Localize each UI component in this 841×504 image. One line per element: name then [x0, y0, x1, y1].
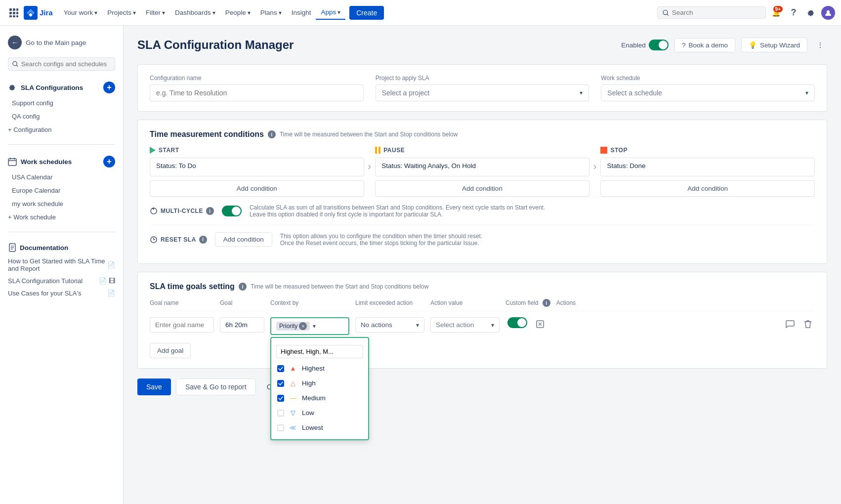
- checkbox-high[interactable]: [277, 380, 284, 387]
- search-icon: [663, 9, 669, 16]
- dropdown-item-high[interactable]: △ High: [271, 376, 368, 391]
- add-work-schedule-link-button[interactable]: + Work schedule: [0, 210, 123, 224]
- goals-info-icon[interactable]: i: [239, 283, 247, 291]
- sidebar-doc-tutorial[interactable]: SLA Configuration Tutorial 📄 🎞: [0, 275, 123, 287]
- svg-rect-5: [16, 12, 18, 14]
- help-button[interactable]: ?: [786, 5, 801, 21]
- svg-line-13: [16, 65, 18, 67]
- action-value-select[interactable]: Select action ▾: [430, 317, 500, 333]
- stop-condition-value: Status: Done: [600, 158, 815, 176]
- sidebar-doc-get-started[interactable]: How to Get Started with SLA Time and Rep…: [0, 255, 123, 275]
- nav-insight[interactable]: Insight: [287, 6, 316, 19]
- user-avatar[interactable]: [821, 6, 835, 20]
- start-condition-block: START Status: To Do Add condition: [150, 147, 364, 197]
- row-actions: [783, 317, 815, 331]
- top-nav: Jira Your work ▾ Projects ▾ Filter ▾ Das…: [0, 0, 841, 26]
- project-select[interactable]: Select a project ▾: [376, 84, 589, 101]
- doc-icon: [8, 243, 17, 252]
- more-options-button[interactable]: ⋮: [813, 38, 827, 52]
- checkbox-lowest[interactable]: [277, 424, 284, 431]
- goal-time-value[interactable]: 6h 20m: [220, 317, 264, 333]
- notifications-button[interactable]: 🔔 9+: [768, 5, 784, 21]
- limit-exceeded-select[interactable]: No actions ▾: [355, 317, 424, 333]
- config-name-label: Configuration name: [150, 75, 364, 82]
- sidebar-item-europe-calendar[interactable]: Europe Calendar: [0, 184, 123, 197]
- config-name-input[interactable]: [150, 84, 364, 101]
- svg-rect-6: [9, 15, 12, 17]
- comment-button[interactable]: [783, 317, 797, 331]
- grid-menu-button[interactable]: [6, 5, 22, 21]
- back-icon: ←: [8, 36, 22, 49]
- start-add-condition-button[interactable]: Add condition: [150, 180, 364, 197]
- back-to-main-button[interactable]: ← Go to the Main page: [0, 32, 123, 53]
- nav-projects[interactable]: Projects ▾: [102, 6, 141, 19]
- expand-row-button[interactable]: [533, 317, 547, 331]
- col-context-by: Context by: [270, 299, 349, 306]
- nav-your-work[interactable]: Your work ▾: [59, 6, 103, 19]
- conditions-row: START Status: To Do Add condition › PAUS…: [150, 147, 815, 197]
- checkbox-low[interactable]: [277, 410, 284, 417]
- stop-add-condition-button[interactable]: Add condition: [600, 180, 815, 197]
- expand-icon: [536, 320, 544, 328]
- create-button[interactable]: Create: [349, 6, 384, 20]
- sla-configurations-section: SLA Configurations + Support config QA c…: [0, 75, 123, 140]
- context-clear-button[interactable]: ×: [299, 322, 307, 330]
- dropdown-item-highest[interactable]: ▲ Highest: [271, 361, 368, 376]
- dropdown-item-lowest[interactable]: ≪ Lowest: [271, 420, 368, 435]
- book-demo-button[interactable]: ? Book a demo: [674, 38, 735, 52]
- nav-plans[interactable]: Plans ▾: [255, 6, 287, 19]
- svg-line-10: [667, 14, 669, 15]
- page-title: SLA Configuration Manager: [137, 38, 294, 52]
- multicycle-toggle[interactable]: [222, 206, 242, 216]
- svg-rect-2: [16, 8, 18, 11]
- multicycle-info-icon[interactable]: i: [206, 207, 214, 215]
- save-go-report-button[interactable]: Save & Go to report: [176, 378, 256, 395]
- dropdown-search-input[interactable]: [276, 345, 363, 358]
- delete-row-button[interactable]: [801, 317, 815, 331]
- nav-filter[interactable]: Filter ▾: [141, 6, 170, 19]
- sidebar-doc-use-cases[interactable]: Use Cases for your SLA's 📄: [0, 287, 123, 299]
- custom-field-info-icon[interactable]: i: [543, 299, 550, 307]
- reset-add-condition-button[interactable]: Add condition: [215, 232, 272, 247]
- sidebar-item-usa-calendar[interactable]: USA Calendar: [0, 170, 123, 184]
- dropdown-item-low[interactable]: ▽ Low: [271, 406, 368, 420]
- reset-sla-row: RESET SLA i Add condition This option al…: [150, 225, 815, 253]
- add-goal-button[interactable]: Add goal: [150, 343, 191, 358]
- pause-add-condition-button[interactable]: Add condition: [375, 180, 589, 197]
- dropdown-item-medium[interactable]: — Medium: [271, 391, 368, 406]
- context-select[interactable]: Priority × ▾: [270, 317, 349, 335]
- schedule-select[interactable]: Select a schedule ▾: [601, 84, 815, 101]
- setup-wizard-button[interactable]: 💡 Setup Wizard: [741, 38, 807, 52]
- reset-info-icon[interactable]: i: [199, 236, 207, 244]
- sidebar-item-my-work-schedule[interactable]: my work schedule: [0, 197, 123, 210]
- nav-dashboards[interactable]: Dashboards ▾: [170, 6, 220, 19]
- time-conditions-info-icon[interactable]: i: [268, 130, 276, 138]
- settings-button[interactable]: [803, 5, 819, 21]
- sidebar-item-qa-config[interactable]: QA config: [0, 110, 123, 123]
- medium-priority-icon: —: [289, 394, 297, 402]
- save-button[interactable]: Save: [137, 378, 171, 395]
- enabled-toggle-switch[interactable]: [649, 40, 669, 50]
- time-conditions-card: Time measurement conditions i Time will …: [137, 120, 827, 264]
- limit-chevron-icon: ▾: [416, 322, 419, 329]
- add-configuration-button[interactable]: + Configuration: [0, 123, 123, 136]
- nav-apps[interactable]: Apps ▾: [316, 5, 345, 20]
- search-box[interactable]: [657, 6, 766, 19]
- stop-condition-block: STOP Status: Done Add condition: [600, 147, 815, 197]
- sidebar-search-input[interactable]: [21, 60, 111, 68]
- goal-name-input[interactable]: [150, 317, 214, 333]
- multicycle-row: MULTI-CYCLE i Calculate SLA as sum of al…: [150, 197, 815, 225]
- schedule-chevron-icon: ▾: [805, 89, 808, 96]
- checkbox-highest[interactable]: [277, 365, 284, 372]
- search-input[interactable]: [672, 9, 760, 16]
- checkbox-medium[interactable]: [277, 395, 284, 402]
- doc-item-icons-3: 📄: [107, 290, 115, 297]
- context-dropdown-container[interactable]: Priority × ▾ ▲ Highest: [270, 317, 349, 335]
- nav-people[interactable]: People ▾: [220, 6, 255, 19]
- sidebar-item-support-config[interactable]: Support config: [0, 96, 123, 110]
- add-work-schedule-button[interactable]: +: [103, 156, 115, 168]
- sidebar-search-box[interactable]: [8, 57, 115, 71]
- add-sla-config-button[interactable]: +: [103, 82, 115, 93]
- custom-field-toggle[interactable]: [507, 317, 527, 328]
- jira-logo[interactable]: Jira: [24, 6, 53, 20]
